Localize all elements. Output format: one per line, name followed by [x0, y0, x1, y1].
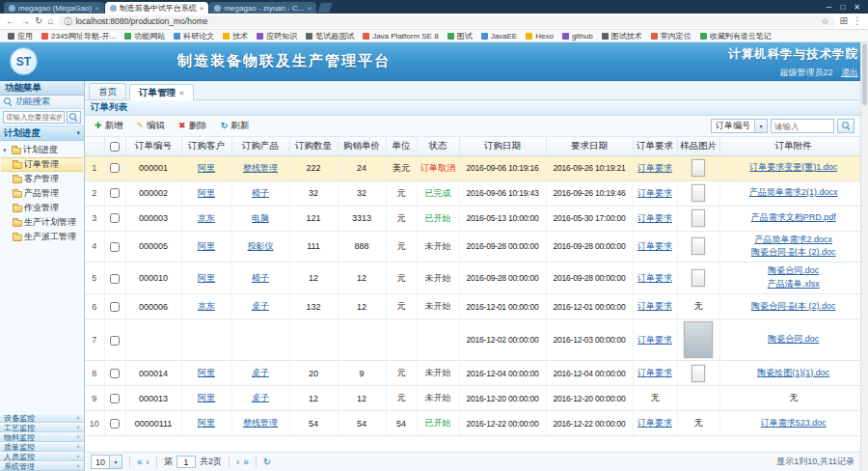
tree-node[interactable]: 生产派工管理 — [1, 230, 83, 244]
minimize-icon[interactable]: ─ — [827, 3, 832, 12]
column-header[interactable]: 订购日期 — [459, 137, 546, 155]
logout-link[interactable]: 退出 — [841, 68, 858, 77]
product-link[interactable]: 桌子 — [252, 393, 269, 402]
product-link[interactable]: 整线管理 — [243, 418, 278, 428]
main-tab[interactable]: 首页 — [89, 83, 126, 99]
tab-close-icon[interactable]: × — [308, 4, 312, 13]
customer-link[interactable]: 阿里 — [198, 163, 215, 173]
page-size-select[interactable]: 10 ▾ — [91, 455, 122, 469]
extensions-icon[interactable]: ⊞ — [840, 16, 848, 26]
bookmark-item[interactable]: 应聘知识 — [257, 31, 297, 42]
customer-link[interactable]: 阿里 — [198, 418, 215, 428]
tab-close-icon[interactable]: × — [179, 89, 184, 97]
attachment-link[interactable]: 产品简单需求2.docx — [722, 234, 866, 247]
maximize-icon[interactable]: □ — [840, 3, 845, 12]
attachment-link[interactable]: 产品简单需求2(1).docx — [722, 186, 866, 200]
attachment-link[interactable]: 陶瓷合同-副本 (2).doc — [722, 300, 866, 314]
column-header[interactable]: 订购产品 — [231, 137, 289, 155]
reload-icon[interactable]: ↻ — [35, 16, 42, 26]
search-field-select[interactable]: 订单编号 ▾ — [711, 119, 768, 133]
sidebar-section-header[interactable]: 质量监控» — [0, 442, 84, 452]
sidebar-section-header[interactable]: 系统管理» — [0, 461, 84, 471]
last-page-button[interactable]: » — [243, 457, 249, 467]
bookmark-item[interactable]: 技术 — [223, 31, 248, 42]
url-box[interactable]: ⓘ localhost:8080/production_mo/home ☆ — [58, 15, 834, 28]
row-checkbox[interactable] — [110, 188, 120, 198]
sidebar-search-button[interactable] — [67, 111, 81, 124]
sample-image-thumbnail[interactable] — [692, 365, 705, 382]
page-scrollbar[interactable] — [860, 42, 868, 471]
product-link[interactable]: 椅子 — [252, 188, 269, 198]
column-header[interactable]: 要求日期 — [546, 137, 633, 155]
column-header[interactable]: 订购数量 — [289, 137, 338, 155]
column-header[interactable]: 状态 — [417, 137, 459, 155]
table-row[interactable]: 3000003京东电脑1213313元已开始2016-05-13 10:00:0… — [85, 206, 868, 231]
bookmark-item[interactable]: 笔试题面试 — [306, 31, 354, 42]
plus-button[interactable]: ✚新增 — [89, 117, 129, 135]
table-row[interactable]: 4000005阿里投影仪111888元未开始2016-09-28 00:00:0… — [85, 231, 868, 263]
requirement-link[interactable]: 订单要求 — [637, 418, 672, 428]
requirement-link[interactable]: 订单要求 — [637, 241, 672, 251]
tab-close-icon[interactable]: × — [200, 4, 204, 13]
table-row[interactable]: 1000001阿里整线管理22224美元订单取消2016-09-06 10:19… — [85, 155, 868, 180]
row-checkbox[interactable] — [110, 302, 120, 312]
row-checkbox[interactable] — [110, 242, 120, 252]
tree-root-node[interactable]: ▾计划进度 — [1, 143, 83, 157]
bookmark-item[interactable]: 图试技术 — [602, 31, 642, 42]
product-link[interactable]: 电脑 — [252, 213, 269, 223]
accordion-header-plan[interactable]: 计划进度 ▾ — [0, 126, 84, 141]
requirement-link[interactable]: 订单要求 — [637, 163, 672, 173]
requirement-link[interactable]: 订单要求 — [637, 301, 672, 311]
toolbar-search-button[interactable] — [837, 119, 854, 133]
bookmark-item[interactable]: 科研论文 — [174, 31, 214, 42]
product-link[interactable]: 整线管理 — [243, 163, 278, 173]
tree-node[interactable]: 订单管理 — [1, 157, 83, 172]
toolbar-search-input[interactable] — [771, 119, 834, 133]
customer-link[interactable]: 阿里 — [198, 241, 215, 251]
bookmark-item[interactable]: 收藏到有道云笔记 — [700, 31, 772, 42]
sidebar-section-header[interactable]: 物料监控» — [0, 432, 84, 442]
customer-link[interactable]: 阿里 — [198, 393, 215, 402]
row-checkbox[interactable] — [110, 163, 120, 173]
sidebar-search-input[interactable] — [3, 111, 65, 124]
page-number-input[interactable] — [176, 456, 196, 468]
select-all-checkbox[interactable] — [110, 142, 120, 152]
customer-link[interactable]: 阿里 — [198, 188, 215, 198]
bookmark-item[interactable]: 应用 — [8, 31, 33, 42]
site-info-icon[interactable]: ⓘ — [64, 16, 71, 27]
product-link[interactable]: 椅子 — [252, 273, 269, 283]
sample-image-thumbnail[interactable] — [692, 209, 705, 227]
chevron-down-icon[interactable]: ▾ — [754, 120, 767, 132]
refresh-button[interactable]: ↻刷新 — [215, 117, 256, 135]
sample-image-thumbnail[interactable] — [692, 159, 705, 177]
customer-link[interactable]: 京东 — [198, 301, 215, 311]
main-tab[interactable]: 订单管理× — [129, 84, 194, 100]
requirement-link[interactable]: 订单要求 — [637, 368, 672, 377]
column-header[interactable]: 订单附件 — [719, 137, 868, 155]
attachment-link[interactable]: 陶瓷合同-副本 (2).doc — [722, 246, 866, 260]
requirement-link[interactable]: 订单要求 — [637, 273, 672, 283]
product-link[interactable]: 投影仪 — [248, 241, 274, 251]
product-link[interactable]: 桌子 — [252, 301, 269, 311]
bookmark-item[interactable]: 图试 — [448, 31, 473, 42]
customer-link[interactable]: 阿里 — [198, 368, 215, 377]
attachment-link[interactable]: 陶瓷合同.doc — [722, 264, 866, 278]
refresh-page-button[interactable]: ↻ — [263, 457, 271, 467]
scrollbar-thumb[interactable] — [862, 43, 867, 105]
chevron-down-icon[interactable]: ▾ — [109, 456, 122, 468]
attachment-link[interactable]: 产品清单.xlsx — [722, 278, 866, 291]
column-header[interactable]: 单位 — [386, 137, 417, 155]
customer-link[interactable]: 京东 — [198, 213, 215, 223]
bookmark-item[interactable]: github — [562, 32, 593, 41]
attachment-link[interactable]: 陶瓷绘图(1)(1).doc — [722, 367, 866, 380]
back-icon[interactable]: ← — [6, 16, 15, 26]
column-header[interactable]: 订单要求 — [633, 137, 677, 155]
prev-page-button[interactable]: ‹ — [147, 457, 149, 467]
browser-menu-icon[interactable]: ⋮ — [853, 16, 862, 26]
column-header[interactable]: 样品图片 — [677, 137, 719, 155]
sample-image-thumbnail[interactable] — [692, 184, 705, 202]
window-close-icon[interactable]: ✕ — [854, 3, 860, 12]
table-row[interactable]: 6000006京东桌子13212元未开始2016-12-01 00:00:002… — [85, 294, 868, 319]
bookmark-item[interactable]: JavaEE — [481, 32, 518, 41]
requirement-link[interactable]: 订单要求 — [637, 213, 672, 223]
